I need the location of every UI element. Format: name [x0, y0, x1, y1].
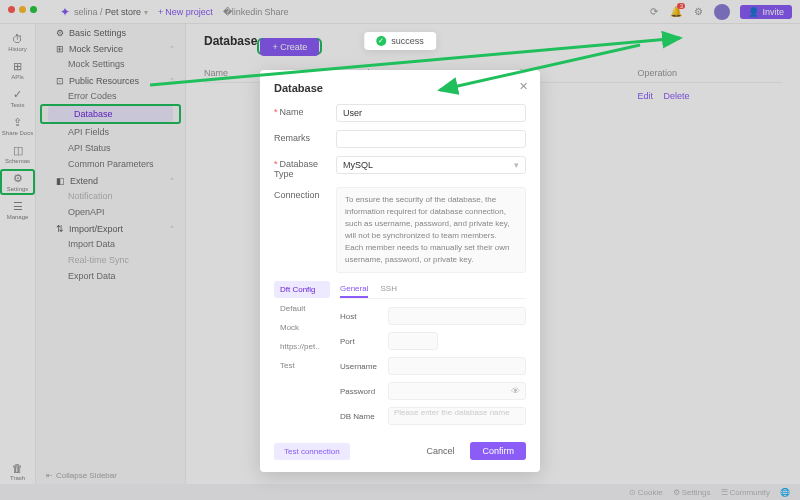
env-item[interactable]: Default [274, 300, 330, 317]
name-input[interactable] [336, 104, 526, 122]
test-connection-button[interactable]: Test connection [274, 443, 350, 460]
close-icon[interactable]: ✕ [519, 80, 528, 93]
modal-title: Database [274, 82, 526, 94]
env-item[interactable]: Mock [274, 319, 330, 336]
host-input[interactable] [388, 307, 526, 325]
port-input[interactable] [388, 332, 438, 350]
env-item[interactable]: https://pet.. [274, 338, 330, 355]
tab-general[interactable]: General [340, 281, 368, 298]
toast-success: ✓success [364, 32, 436, 50]
database-modal: Database ✕ *Name Remarks *Database TypeM… [260, 70, 540, 472]
connection-info: To ensure the security of the database, … [336, 187, 526, 273]
remarks-input[interactable] [336, 130, 526, 148]
env-item[interactable]: Dft Config [274, 281, 330, 298]
cancel-button[interactable]: Cancel [416, 442, 464, 460]
dbname-input[interactable]: Please enter the database name [388, 407, 526, 425]
eye-icon[interactable]: 👁 [511, 386, 520, 396]
modal-overlay: Database ✕ *Name Remarks *Database TypeM… [0, 0, 800, 500]
conn-tabs: GeneralSSH [340, 281, 526, 299]
password-input[interactable]: 👁 [388, 382, 526, 400]
confirm-button[interactable]: Confirm [470, 442, 526, 460]
dbtype-select[interactable]: MySQL▾ [336, 156, 526, 174]
username-input[interactable] [388, 357, 526, 375]
env-list: Dft ConfigDefaultMockhttps://pet..Test [274, 281, 330, 432]
chevron-down-icon: ▾ [514, 160, 519, 170]
env-item[interactable]: Test [274, 357, 330, 374]
tab-ssh[interactable]: SSH [380, 281, 396, 298]
check-icon: ✓ [376, 36, 386, 46]
